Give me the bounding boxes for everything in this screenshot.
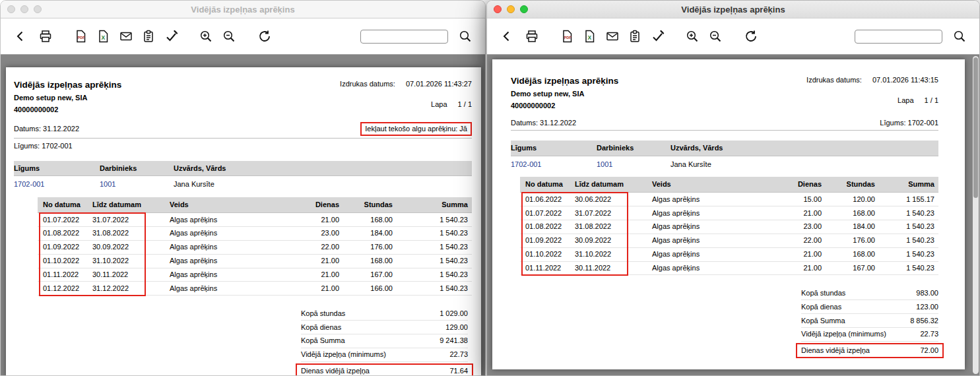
cell-to: 31.08.2022 [575, 222, 652, 232]
maximize-button[interactable] [520, 5, 528, 13]
contract-link[interactable]: 1702-001 [511, 160, 597, 170]
registration-number: 40000000002 [14, 105, 121, 115]
search-input[interactable] [855, 30, 942, 44]
summary-label: Kopā Summa [801, 316, 845, 326]
close-button[interactable] [7, 5, 15, 13]
search-button[interactable] [952, 28, 967, 44]
cell-hours: 168.00 [822, 249, 875, 259]
chevron-left-icon [13, 29, 28, 44]
summary-label: Kopā stundas [801, 288, 845, 298]
print-button[interactable] [524, 28, 540, 44]
traffic-lights [7, 1, 42, 18]
col-contract: Līgums [511, 143, 597, 153]
mail-icon [605, 29, 620, 44]
cell-sum: 1 540.23 [393, 256, 472, 266]
back-button[interactable] [499, 28, 515, 44]
table-row: 01.08.2022 31.08.2022 Algas aprēķins 23.… [38, 227, 472, 241]
summary-row: Kopā Summa 8 856.32 [801, 314, 938, 328]
summary-value: 9 241.38 [440, 336, 468, 346]
cell-hours: 168.00 [339, 256, 393, 266]
clipboard-button[interactable] [141, 28, 156, 44]
summary-value: 129.00 [445, 323, 468, 332]
zoom-in-button[interactable] [684, 28, 700, 44]
cell-days: 15.00 [754, 195, 822, 204]
excel-icon: X [583, 29, 597, 44]
employee-link[interactable]: 1001 [597, 160, 670, 170]
close-button[interactable] [494, 5, 502, 13]
summary-row: Kopā Summa 9 241.38 [301, 334, 468, 348]
email-button[interactable] [118, 28, 134, 44]
table-row: 01.11.2022 30.11.2022 Algas aprēķins 21.… [38, 268, 472, 282]
minimize-button[interactable] [20, 5, 28, 13]
cell-days: 21.00 [754, 263, 822, 273]
table-row: 01.10.2022 31.10.2022 Algas aprēķins 21.… [520, 248, 938, 262]
confirm-button[interactable] [650, 28, 666, 44]
summary-row: Kopā stundas 983.00 [801, 286, 938, 300]
report-header-right: Izdrukas datums: 07.01.2026 11:43:15 Lap… [806, 75, 938, 113]
back-button[interactable] [13, 28, 28, 44]
table-row: 01.07.2022 31.07.2022 Algas aprēķins 21.… [520, 206, 938, 220]
cell-sum: 1 155.17 [875, 195, 938, 204]
cell-type: Algas aprēķins [652, 208, 754, 218]
cell-type: Algas aprēķins [170, 242, 272, 252]
cell-type: Algas aprēķins [170, 256, 272, 266]
mail-icon [119, 29, 133, 44]
cell-to: 31.07.2022 [575, 208, 652, 218]
calculation-table: No datuma Līdz datumam Veids Dienas Stun… [520, 177, 938, 358]
cell-days: 21.00 [272, 270, 339, 280]
window-title: Vidējās izpeļņas aprēķins [681, 5, 785, 15]
report-header-left: Vidējās izpeļņas aprēķins Demo setup new… [511, 75, 618, 113]
report-title: Vidējās izpeļņas aprēķins [14, 79, 121, 91]
cell-days: 21.00 [754, 249, 822, 259]
excel-export-button[interactable]: X [582, 28, 598, 44]
scrollbar[interactable] [973, 56, 979, 374]
search-input[interactable] [360, 30, 448, 44]
employee-table: Līgums Darbinieks Uzvārds, Vārds 1702-00… [14, 161, 472, 192]
col-hours: Stundas [822, 179, 875, 189]
titlebar[interactable]: Vidējās izpeļņas aprēķins [487, 1, 979, 18]
clipboard-icon [628, 29, 642, 44]
col-sum: Summa [393, 200, 472, 210]
zoom-out-button[interactable] [707, 28, 723, 44]
cell-days: 23.00 [272, 228, 339, 238]
contract-number: Līgums: 1702-001 [14, 141, 472, 151]
pdf-export-button[interactable]: PDF [73, 28, 89, 44]
summary-value: 983.00 [916, 288, 938, 298]
print-button[interactable] [38, 28, 53, 44]
summary-block: Kopā stundas 1 029.00 Kopā dienas 129.00… [301, 307, 468, 375]
check-pencil-icon [651, 29, 665, 44]
titlebar[interactable]: Vidējās izpeļņas aprēķins [1, 1, 485, 18]
zoom-out-icon [222, 29, 236, 44]
confirm-button[interactable] [164, 28, 180, 44]
search-button[interactable] [457, 28, 473, 44]
zoom-in-button[interactable] [198, 28, 214, 44]
col-to: Līdz datumam [92, 200, 170, 210]
cell-to: 31.12.2022 [92, 284, 170, 294]
svg-text:PDF: PDF [564, 36, 572, 40]
toolbar: PDF X [487, 18, 979, 54]
window-report-right: Vidējās izpeļņas aprēķins PDF X [486, 0, 980, 376]
scrollbar-thumb[interactable] [973, 57, 978, 198]
cell-hours: 184.00 [822, 222, 875, 232]
pdf-export-button[interactable]: PDF [560, 28, 575, 44]
maximize-button[interactable] [34, 5, 42, 13]
cell-from: 01.12.2022 [38, 284, 92, 294]
table-row: 01.09.2022 30.09.2022 Algas aprēķins 22.… [38, 241, 472, 255]
minimize-button[interactable] [507, 5, 515, 13]
daily-average-highlight: Dienas vidējā izpeļņa 71.64 [296, 363, 473, 375]
employee-name: Jana Kursīte [174, 179, 472, 189]
zoom-out-button[interactable] [221, 28, 237, 44]
search-icon [952, 29, 967, 44]
clipboard-button[interactable] [627, 28, 643, 44]
check-pencil-icon [164, 29, 179, 44]
employee-link[interactable]: 1001 [100, 179, 174, 189]
refresh-button[interactable] [743, 28, 759, 44]
contract-link[interactable]: 1702-001 [14, 179, 100, 189]
cell-days: 21.00 [272, 215, 339, 225]
summary-value: 22.73 [449, 350, 468, 360]
refresh-icon [744, 29, 758, 44]
summary-block: Kopā stundas 983.00 Kopā dienas 123.00 K… [801, 286, 938, 358]
refresh-button[interactable] [257, 28, 273, 44]
email-button[interactable] [604, 28, 620, 44]
excel-export-button[interactable]: X [96, 28, 112, 44]
